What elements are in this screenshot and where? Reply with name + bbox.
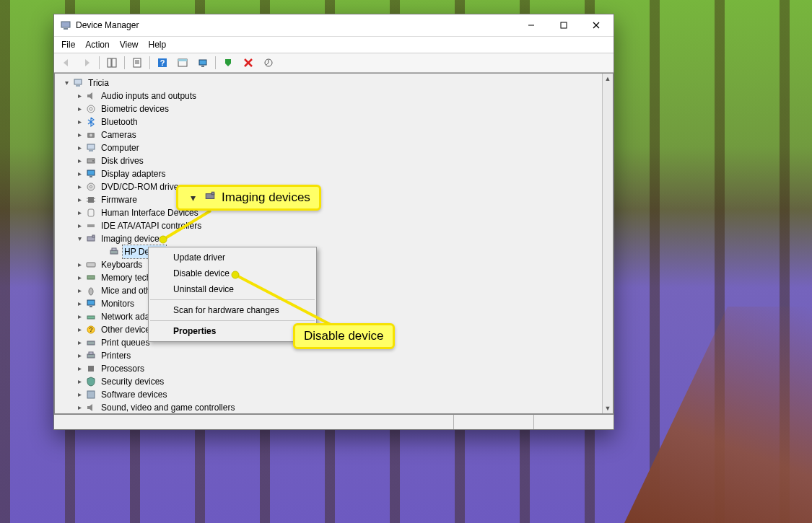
help-button[interactable]: ? xyxy=(153,54,172,71)
cm-update-driver[interactable]: Update driver xyxy=(149,250,316,265)
chevron-right-icon[interactable]: ▸ xyxy=(75,92,84,100)
software-icon xyxy=(85,389,97,400)
svg-rect-21 xyxy=(74,79,82,84)
chevron-right-icon[interactable]: ▸ xyxy=(75,299,84,308)
chevron-right-icon[interactable]: ▸ xyxy=(75,195,84,204)
tree-device-hp[interactable]: HP Deskje xyxy=(59,245,603,258)
tree-item-label: Sound, video and game controllers xyxy=(100,401,236,413)
chevron-right-icon[interactable]: ▸ xyxy=(75,131,84,139)
menu-help[interactable]: Help xyxy=(149,40,167,50)
tree-category[interactable]: ▸Audio inputs and outputs xyxy=(59,89,603,102)
bluetooth-icon xyxy=(85,116,97,128)
menu-action[interactable]: Action xyxy=(85,40,109,50)
chevron-right-icon[interactable]: ▸ xyxy=(75,157,84,165)
forward-button[interactable] xyxy=(77,54,96,71)
svg-rect-44 xyxy=(110,250,118,254)
svg-text:?: ? xyxy=(160,58,165,67)
cm-label: Properties xyxy=(173,326,216,336)
tree-category[interactable]: ▸Keyboards xyxy=(59,258,603,271)
maximize-button[interactable] xyxy=(547,15,580,36)
tree-item-label: Software devices xyxy=(100,388,168,401)
back-button[interactable] xyxy=(57,54,76,71)
menu-file[interactable]: File xyxy=(61,40,75,50)
chevron-right-icon[interactable]: ▸ xyxy=(75,351,84,360)
chevron-right-icon[interactable]: ▸ xyxy=(75,105,84,113)
cm-properties[interactable]: Properties xyxy=(149,323,316,339)
tree-category[interactable]: ▸Disk drives xyxy=(59,154,603,167)
svg-rect-15 xyxy=(178,59,187,61)
toolbar-icon[interactable] xyxy=(173,54,192,71)
chevron-right-icon[interactable]: ▸ xyxy=(75,403,84,412)
chevron-right-icon[interactable]: ▸ xyxy=(75,170,84,178)
menu-view[interactable]: View xyxy=(120,40,139,50)
cm-uninstall-device[interactable]: Uninstall device xyxy=(149,281,316,297)
vertical-scrollbar[interactable]: ▲ ▼ xyxy=(602,74,613,413)
tree-category[interactable]: ▸Security devices xyxy=(59,375,603,388)
device-tree[interactable]: ▾ Tricia ▸Audio inputs and outputs ▸Biom… xyxy=(55,74,603,413)
tree-category[interactable]: ▸Memory tech xyxy=(59,271,603,284)
cm-scan-hardware[interactable]: Scan for hardware changes xyxy=(149,302,316,318)
minimize-button[interactable] xyxy=(515,15,547,36)
chevron-right-icon[interactable]: ▸ xyxy=(75,273,84,282)
chevron-right-icon[interactable]: ▸ xyxy=(75,183,84,191)
show-hide-tree-button[interactable] xyxy=(102,54,121,71)
tree-category[interactable]: ▸Bluetooth xyxy=(59,115,603,128)
titlebar[interactable]: Device Manager xyxy=(54,14,614,37)
chevron-right-icon[interactable]: ▸ xyxy=(75,377,84,386)
chevron-right-icon[interactable]: ▸ xyxy=(75,118,84,126)
tree-category[interactable]: ▸Monitors xyxy=(59,297,603,310)
tree-category[interactable]: ▸Printers xyxy=(59,349,603,362)
cm-disable-device[interactable]: Disable device xyxy=(149,265,316,281)
device-tree-panel: ▾ Tricia ▸Audio inputs and outputs ▸Biom… xyxy=(54,73,614,414)
chevron-right-icon[interactable]: ▸ xyxy=(75,260,84,269)
cm-label: Disable device xyxy=(173,268,230,278)
chevron-right-icon[interactable]: ▸ xyxy=(75,312,84,321)
scroll-down-icon[interactable]: ▼ xyxy=(603,403,613,413)
ide-icon xyxy=(85,220,97,232)
tree-category[interactable]: ▸Mice and oth xyxy=(59,284,603,297)
tree-root[interactable]: ▾ Tricia xyxy=(59,76,603,89)
close-button[interactable] xyxy=(580,15,612,36)
chevron-right-icon[interactable]: ▸ xyxy=(75,364,84,373)
tree-item-label: Memory tech xyxy=(100,271,152,284)
chevron-right-icon[interactable]: ▸ xyxy=(75,390,84,399)
chevron-right-icon[interactable]: ▸ xyxy=(75,221,84,230)
tree-category[interactable]: ▸Biometric devices xyxy=(59,102,603,115)
chevron-right-icon[interactable]: ▸ xyxy=(75,144,84,152)
chevron-right-icon[interactable]: ▸ xyxy=(75,286,84,295)
tree-item-label: Audio inputs and outputs xyxy=(100,89,198,102)
disable-device-button[interactable] xyxy=(239,54,258,71)
svg-rect-58 xyxy=(87,391,95,398)
tree-category[interactable]: ▸Computer xyxy=(59,141,603,154)
tree-category-imaging[interactable]: ▾Imaging devices xyxy=(59,232,603,245)
tree-category[interactable]: ▸IDE ATA/ATAPI controllers xyxy=(59,219,603,232)
svg-rect-1 xyxy=(64,28,68,30)
tree-category[interactable]: ▸Display adapters xyxy=(59,167,603,180)
printer-icon xyxy=(85,350,97,361)
tree-category[interactable]: ▸Network adap xyxy=(59,310,603,323)
chevron-down-icon[interactable]: ▾ xyxy=(62,79,71,87)
svg-rect-56 xyxy=(89,352,93,354)
update-driver-button[interactable] xyxy=(259,54,278,71)
tree-category[interactable]: ▸Firmware xyxy=(59,193,603,206)
tree-category[interactable]: ▸Cameras xyxy=(59,128,603,141)
chevron-right-icon[interactable]: ▸ xyxy=(75,208,84,217)
scroll-up-icon[interactable]: ▲ xyxy=(603,74,613,84)
toolbar: ? xyxy=(54,53,614,73)
svg-rect-28 xyxy=(89,150,93,151)
tree-category[interactable]: ▸Human Interface Devices xyxy=(59,206,603,219)
enable-device-button[interactable] xyxy=(219,54,237,71)
chevron-right-icon[interactable]: ▸ xyxy=(75,325,84,334)
scan-hardware-button[interactable] xyxy=(193,54,212,71)
cm-label: Update driver xyxy=(173,252,225,263)
tree-category[interactable]: ▸Sound, video and game controllers xyxy=(59,401,603,413)
properties-button[interactable] xyxy=(128,54,147,71)
chevron-right-icon[interactable]: ▸ xyxy=(75,338,84,347)
svg-rect-35 xyxy=(88,197,94,203)
chevron-down-icon[interactable]: ▾ xyxy=(75,234,84,243)
tree-category[interactable]: ▸DVD/CD-ROM drive xyxy=(59,180,603,193)
tree-category[interactable]: ▸Processors xyxy=(59,362,603,375)
tree-category[interactable]: ▸Software devices xyxy=(59,388,603,401)
svg-rect-57 xyxy=(88,366,94,372)
svg-rect-0 xyxy=(61,22,70,27)
